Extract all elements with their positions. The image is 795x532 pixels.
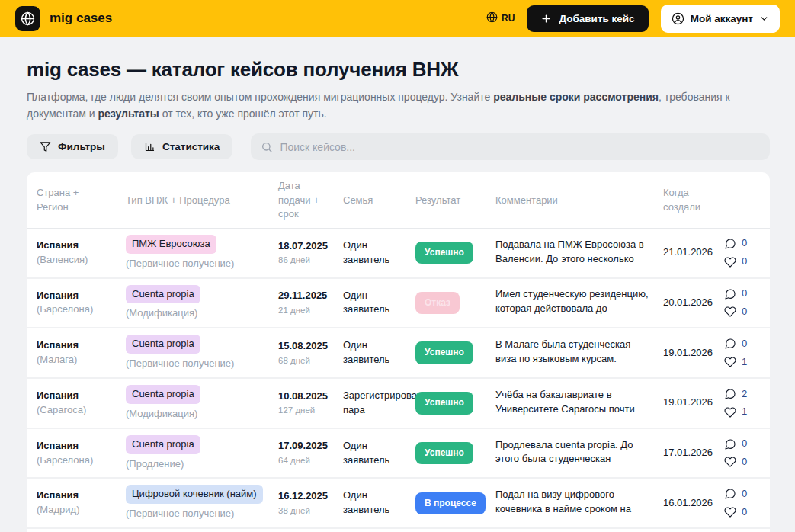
heart-icon (724, 306, 736, 318)
cases-table: Страна + Регион Тип ВНЖ + Процедура Дата… (27, 172, 770, 532)
result-badge: В процессе (415, 492, 486, 514)
cell-family: Один заявитель (343, 289, 415, 318)
cell-result: Успешно (415, 242, 495, 264)
cell-country: Испания(Малага) (37, 338, 126, 367)
result-badge: Успешно (415, 442, 473, 464)
search-box[interactable] (251, 133, 770, 160)
likes-count[interactable]: 0 (724, 255, 751, 269)
result-badge: Успешно (415, 242, 473, 264)
language-switcher[interactable]: RU (486, 11, 515, 25)
funnel-icon (40, 141, 51, 152)
search-input[interactable] (280, 141, 760, 153)
cell-family: Зарегистрированная пара (343, 389, 415, 418)
comments-count-value: 0 (742, 236, 747, 251)
account-button[interactable]: Мой аккаунт (661, 5, 780, 33)
cell-country: Испания(Сарагоса) (37, 389, 126, 418)
cell-visa-type: Цифровой кочевник (найм)(Первичное получ… (126, 485, 278, 521)
comments-count-value: 0 (742, 337, 747, 351)
visa-type-badge: Cuenta propia (126, 435, 200, 454)
cell-family: Один заявитель (343, 338, 415, 367)
cell-comment: Имел студенческую резиденцию, которая де… (495, 287, 663, 318)
comments-count-value: 0 (742, 437, 747, 451)
processing-duration: 127 дней (278, 404, 334, 417)
region-name: (Барселона) (37, 453, 117, 468)
cell-created: 16.01.2026 (663, 496, 724, 511)
comments-count[interactable]: 2 (724, 387, 751, 402)
table-body: Испания(Валенсия)ПМЖ Евросоюза(Первичное… (27, 229, 770, 532)
cell-created: 19.01.2026 (663, 396, 724, 410)
toolbar: Фильтры Статистика (27, 133, 770, 160)
table-row[interactable]: Испания(Валенсия)ПМЖ Евросоюза(Первичное… (27, 229, 770, 279)
cell-counts: 21 (724, 387, 760, 420)
brand-home-link[interactable]: mig cases (15, 6, 112, 31)
country-name: Испания (37, 239, 117, 253)
add-case-label: Добавить кейс (559, 13, 634, 24)
table-row[interactable]: Испания(Барселона)Cuenta propia(Модифика… (27, 279, 770, 329)
filters-button[interactable]: Фильтры (27, 134, 118, 159)
add-case-button[interactable]: Добавить кейс (527, 5, 648, 32)
likes-count[interactable]: 0 (724, 305, 751, 319)
speech-bubble-icon (724, 388, 736, 400)
top-navigation: mig cases RU Добавить кейс Мой аккаунт (0, 0, 795, 37)
table-row[interactable]: Испания(Аликанте)Цифровой кочевник (ИП)(… (27, 529, 770, 532)
comments-count-value: 0 (742, 487, 747, 502)
table-row[interactable]: Испания(Сарагоса)Cuenta propia(Модификац… (27, 379, 770, 429)
procedure-label: (Продление) (126, 457, 269, 472)
visa-type-badge: Cuenta propia (126, 335, 200, 354)
cell-visa-type: ПМЖ Евросоюза(Первичное получение) (126, 235, 278, 271)
submission-date: 18.07.2025 (278, 239, 334, 254)
cell-result: Успешно (415, 392, 495, 414)
cell-date: 29.11.202521 дней (278, 289, 343, 317)
likes-count[interactable]: 1 (724, 355, 751, 370)
plus-icon (540, 13, 552, 24)
comments-count[interactable]: 0 (724, 287, 751, 301)
cell-result: В процессе (415, 492, 495, 514)
heart-icon (724, 456, 736, 468)
statistics-button[interactable]: Статистика (131, 134, 232, 159)
cell-date: 10.08.2025127 дней (278, 389, 343, 418)
likes-count[interactable]: 1 (724, 405, 751, 419)
main-content: mig cases — каталог кейсов получения ВНЖ… (0, 58, 795, 532)
column-header-created: Когда создали (663, 186, 724, 213)
procedure-label: (Первичное получение) (126, 507, 269, 521)
cell-counts: 00 (724, 487, 760, 520)
country-name: Испания (37, 439, 117, 453)
result-badge: Успешно (415, 392, 473, 414)
likes-count-value: 0 (742, 505, 747, 520)
cell-comment: В Малаге была студенческая виза по языко… (495, 338, 663, 368)
cell-family: Один заявитель (343, 439, 415, 468)
procedure-label: (Первичное получение) (126, 357, 269, 371)
cell-country: Испания(Барселона) (37, 439, 126, 468)
comments-count-value: 2 (742, 387, 747, 402)
likes-count-value: 1 (742, 405, 747, 419)
comments-count[interactable]: 0 (724, 236, 751, 251)
table-row[interactable]: Испания(Мадрид)Цифровой кочевник (найм)(… (27, 479, 770, 529)
cell-date: 17.09.202564 дней (278, 439, 343, 467)
page-description: Платформа, где люди делятся своим опытом… (27, 89, 770, 122)
chevron-down-icon (759, 14, 769, 24)
likes-count-value: 0 (742, 305, 747, 319)
processing-duration: 86 дней (278, 254, 334, 267)
column-header-comments: Комментарии (495, 194, 663, 207)
cell-visa-type: Cuenta propia(Продление) (126, 435, 278, 472)
likes-count-value: 1 (742, 355, 747, 370)
column-header-family: Семья (343, 194, 415, 207)
processing-duration: 21 дней (278, 304, 334, 317)
cell-result: Успешно (415, 442, 495, 464)
processing-duration: 38 дней (278, 505, 334, 518)
cell-visa-type: Cuenta propia(Первичное получение) (126, 335, 278, 371)
submission-date: 10.08.2025 (278, 389, 334, 404)
speech-bubble-icon (724, 288, 736, 300)
likes-count[interactable]: 0 (724, 505, 751, 520)
table-row[interactable]: Испания(Барселона)Cuenta propia(Продлени… (27, 429, 770, 479)
table-row[interactable]: Испания(Малага)Cuenta propia(Первичное п… (27, 328, 770, 379)
likes-count[interactable]: 0 (724, 455, 751, 470)
comments-count[interactable]: 0 (724, 487, 751, 502)
speech-bubble-icon (724, 338, 736, 350)
visa-type-badge: Цифровой кочевник (найм) (126, 485, 263, 504)
submission-date: 15.08.2025 (278, 339, 334, 354)
comments-count[interactable]: 0 (724, 337, 751, 351)
comments-count[interactable]: 0 (724, 437, 751, 451)
page-title: mig cases — каталог кейсов получения ВНЖ (27, 58, 770, 82)
cell-date: 15.08.202568 дней (278, 339, 343, 367)
